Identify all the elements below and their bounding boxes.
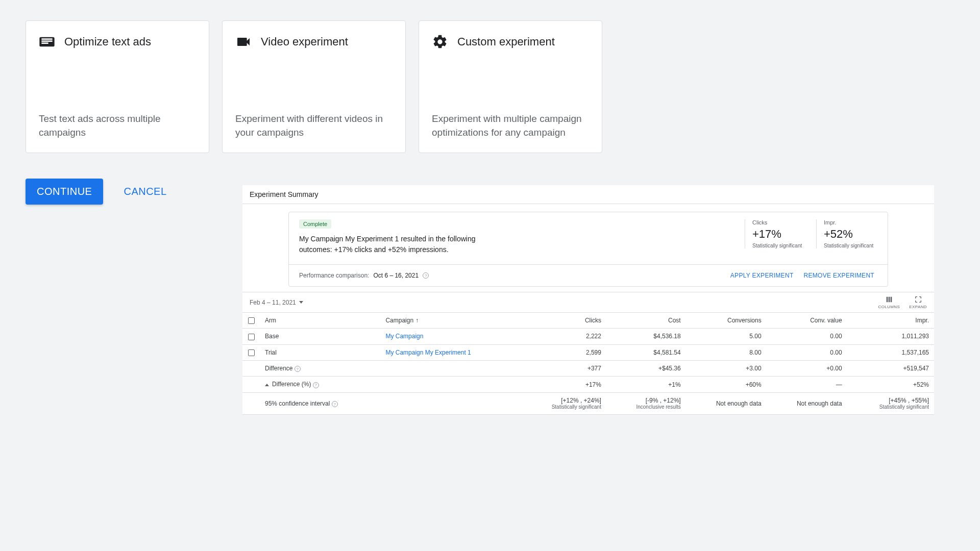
row-checkbox[interactable] <box>248 349 255 356</box>
help-icon[interactable]: ? <box>295 366 301 372</box>
col-conversions[interactable]: Conversions <box>686 313 745 329</box>
row-checkbox[interactable] <box>248 334 255 340</box>
card-description: Experiment with multiple campaign optimi… <box>432 112 589 140</box>
clicks-cell: 2,599 <box>520 344 606 360</box>
card-custom-experiment[interactable]: Custom experiment Experiment with multip… <box>419 20 602 153</box>
perf-comparison-date: Oct 6 – 16, 2021 <box>373 272 419 279</box>
card-optimize-text-ads[interactable]: Optimize text ads Test text ads across m… <box>26 20 209 153</box>
date-range-picker[interactable]: Feb 4 – 11, 2021 <box>250 299 303 306</box>
apply-experiment-button[interactable]: APPLY EXPERIMENT <box>727 270 745 281</box>
confidence-row: 95% confidence interval ? [+12% , +24%]S… <box>242 392 745 414</box>
date-range-label: Feb 4 – 11, 2021 <box>250 299 296 306</box>
difference-pct-label[interactable]: Difference (%) ? <box>260 377 380 393</box>
col-arm[interactable]: Arm <box>260 313 380 329</box>
arm-cell: Base <box>260 329 380 344</box>
perf-comparison-label: Performance comparison: <box>299 272 369 279</box>
gear-icon <box>432 34 448 50</box>
select-all-checkbox[interactable] <box>248 317 255 324</box>
difference-pct-row: Difference (%) ? +17% +1% +60% — +52% <box>242 377 745 393</box>
summary-text: My Campaign My Experiment 1 resulted in … <box>299 234 493 255</box>
cost-cell: $4,581.54 <box>606 344 686 360</box>
col-campaign[interactable]: Campaign↑ <box>380 313 519 329</box>
summary-header: Experiment Summary <box>242 185 745 204</box>
card-title: Custom experiment <box>457 35 555 48</box>
status-badge: Complete <box>299 219 331 229</box>
col-cost[interactable]: Cost <box>606 313 686 329</box>
help-icon[interactable]: ? <box>423 272 429 279</box>
card-title: Optimize text ads <box>64 35 151 48</box>
help-icon[interactable]: ? <box>332 401 338 407</box>
results-table: Arm Campaign↑ Clicks Cost Conversions Co… <box>242 312 745 415</box>
card-description: Test text ads across multiple campaigns <box>39 112 196 140</box>
table-toolbar: Feb 4 – 11, 2021 COLUMNS EXPAND <box>242 292 745 312</box>
sort-ascending-icon: ↑ <box>415 317 419 324</box>
card-video-experiment[interactable]: Video experiment Experiment with differe… <box>222 20 406 153</box>
caret-up-icon <box>265 384 269 386</box>
cost-cell: $4,536.18 <box>606 329 686 344</box>
card-description: Experiment with different videos in your… <box>235 112 393 140</box>
summary-card: Complete My Campaign My Experiment 1 res… <box>288 212 745 287</box>
text-ads-icon <box>39 34 55 50</box>
experiment-type-cards: Optimize text ads Test text ads across m… <box>26 20 720 153</box>
table-header-row: Arm Campaign↑ Clicks Cost Conversions Co… <box>242 313 745 329</box>
table-row: Trial My Campaign My Experiment 1 2,599 … <box>242 344 745 360</box>
cancel-button[interactable]: CANCEL <box>118 179 172 205</box>
clicks-cell: 2,222 <box>520 329 606 344</box>
col-clicks[interactable]: Clicks <box>520 313 606 329</box>
difference-label: Difference ? <box>260 360 380 377</box>
confidence-label: 95% confidence interval ? <box>260 392 380 414</box>
campaign-link[interactable]: My Campaign My Experiment 1 <box>385 349 471 356</box>
conversions-cell: 5.00 <box>686 329 745 344</box>
video-icon <box>235 34 252 50</box>
help-icon[interactable]: ? <box>313 382 319 388</box>
continue-button[interactable]: CONTINUE <box>26 179 103 205</box>
metric-clicks: Clicks +17% Statistically significant <box>745 219 745 248</box>
card-title: Video experiment <box>261 35 348 48</box>
conversions-cell: 8.00 <box>686 344 745 360</box>
campaign-link[interactable]: My Campaign <box>385 333 423 340</box>
chevron-down-icon <box>299 301 303 304</box>
experiment-summary-panel: Experiment Summary Complete My Campaign … <box>242 185 745 415</box>
arm-cell: Trial <box>260 344 380 360</box>
difference-row: Difference ? +377 +$45.36 +3.00 +0.00 +5… <box>242 360 745 377</box>
table-row: Base My Campaign 2,222 $4,536.18 5.00 0.… <box>242 329 745 344</box>
